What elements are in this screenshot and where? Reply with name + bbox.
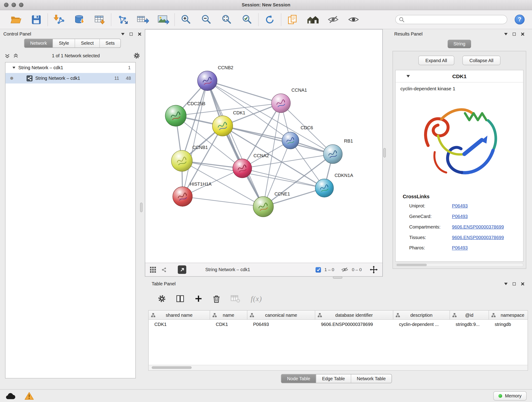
crosslink-link[interactable]: P06493 [452,214,468,219]
close-panel-icon[interactable] [521,282,525,286]
tab-string[interactable]: String [448,40,471,48]
save-session-button[interactable] [30,13,43,26]
crosslink-row: Compartments:9606.ENSP00000378699 [396,222,523,232]
search-field[interactable] [395,15,507,24]
crosslink-link[interactable]: 9606.ENSP00000378699 [452,235,504,240]
table-panel-header: Table Panel [145,280,528,288]
float-panel-icon[interactable] [513,32,516,35]
network-node-CCNE1[interactable]: CCNE1 [253,191,290,217]
close-window-button[interactable] [4,3,8,7]
zoom-fit-button[interactable] [220,13,233,26]
collapse-all-icon[interactable] [13,53,18,58]
import-network-database-button[interactable] [73,13,86,26]
export-image-button[interactable] [157,13,170,26]
tab-select[interactable]: Select [75,39,99,47]
close-panel-icon[interactable] [521,32,525,36]
zoom-window-button[interactable] [19,3,23,7]
splitter-handle[interactable] [140,203,143,212]
network-node-CCNA1[interactable]: CCNA1 [272,88,307,113]
memory-button[interactable]: Memory [494,391,527,400]
column-header-canonical-name[interactable]: canonical name [247,311,315,320]
warning-icon[interactable] [25,392,34,400]
search-input[interactable] [406,17,504,22]
disclosure-triangle-icon[interactable] [406,75,410,77]
column-header--id[interactable]: @id [450,311,489,320]
disclosure-triangle-icon[interactable] [12,67,15,69]
column-header-name[interactable]: name [210,311,247,320]
splitter-handle[interactable] [333,276,342,279]
panel-menu-icon[interactable] [121,33,125,35]
hide-graphics-details-button[interactable] [327,13,340,26]
column-header-description[interactable]: description [393,311,450,320]
node-table: shared namenamecanonical namedatabase id… [148,310,528,371]
protein-card-header[interactable]: CDK1 [396,70,523,83]
help-button[interactable]: ? [515,15,525,25]
refresh-view-button[interactable] [263,13,276,26]
selected-checkbox[interactable] [316,267,321,273]
move-crosshair-icon[interactable] [370,266,378,274]
export-table-button[interactable] [136,13,149,26]
network-collection-row[interactable]: String Network – cdk1 1 [6,62,135,73]
panel-menu-icon[interactable] [504,33,508,35]
expand-all-icon[interactable] [5,53,10,58]
zoom-in-button[interactable] [179,13,192,26]
network-node-CDC6[interactable]: CDC6 [282,125,313,149]
splitter-handle[interactable] [383,148,386,157]
grid-view-icon[interactable] [150,267,156,273]
birdseye-view-icon[interactable] [161,267,167,273]
open-in-window-button[interactable] [178,265,186,274]
network-node-CDK1[interactable]: CDK1 [212,110,245,136]
network-node-CCNB1[interactable]: CCNB1 [171,145,208,172]
tab-style[interactable]: Style [53,39,75,47]
network-node-HIST1H1A[interactable]: HIST1H1A [173,182,212,206]
delete-column-icon[interactable] [213,294,220,303]
gear-icon[interactable] [133,52,140,59]
network-row[interactable]: String Network – cdk1 11 48 [6,73,135,83]
float-panel-icon[interactable] [130,32,133,35]
show-graphics-details-button[interactable] [347,13,360,26]
open-session-button[interactable] [9,13,22,26]
node-label: RB1 [344,138,353,143]
zoom-out-button[interactable] [200,13,213,26]
network-canvas[interactable]: CCNB2CCNA1CDC25BCDK1CDC6RB1CCNB1CCNA2CDK… [145,30,382,263]
copy-document-button[interactable] [286,13,299,26]
crosslink-link[interactable]: P06493 [452,203,468,208]
import-network-file-button[interactable] [53,13,65,26]
hierarchy-icon [396,313,400,317]
crosslink-link[interactable]: 9606.ENSP00000378699 [452,224,504,230]
home-views-button[interactable] [306,13,319,26]
delete-table-icon[interactable] [230,294,241,303]
table-row[interactable]: CDK1CDK1P064939606.ENSP00000378699cyclin… [149,320,528,329]
tab-node-table[interactable]: Node Table [281,374,316,383]
panel-menu-icon[interactable] [504,283,508,285]
add-column-icon[interactable] [195,294,203,303]
crosslink-link[interactable]: P06493 [452,245,468,250]
function-builder-button[interactable]: f(x) [251,294,262,303]
network-label: String Network – cdk1 [35,76,80,81]
table-settings-gear-icon[interactable] [158,294,166,303]
column-header-database-identifier[interactable]: database identifier [315,311,393,320]
close-panel-icon[interactable] [138,32,141,36]
scrollbar-thumb[interactable] [396,264,427,266]
column-header-namespace[interactable]: namespace [489,311,528,320]
tab-network[interactable]: Network [25,39,53,47]
tab-sets[interactable]: Sets [99,39,120,47]
zoom-selected-button[interactable] [241,13,253,26]
column-header-shared-name[interactable]: shared name [149,311,210,320]
expand-all-button[interactable]: Expand All [418,56,454,65]
new-network-from-selection-button[interactable] [116,13,129,26]
hidden-eye-icon[interactable] [341,267,348,273]
float-panel-icon[interactable] [513,282,516,285]
scrollbar-thumb[interactable] [152,366,192,369]
tab-network-table[interactable]: Network Table [351,374,392,383]
network-node-CDKN1A[interactable]: CDKN1A [315,173,353,197]
collapse-all-button[interactable]: Collapse All [462,56,500,65]
import-table-file-button[interactable] [93,13,106,26]
tab-edge-table[interactable]: Edge Table [316,374,351,383]
cloud-status-icon[interactable] [6,392,16,400]
minimize-window-button[interactable] [12,3,16,7]
network-node-RB1[interactable]: RB1 [323,138,353,164]
show-columns-icon[interactable] [176,294,184,303]
results-scrollbar[interactable] [395,263,524,267]
table-horizontal-scrollbar[interactable] [149,365,528,370]
